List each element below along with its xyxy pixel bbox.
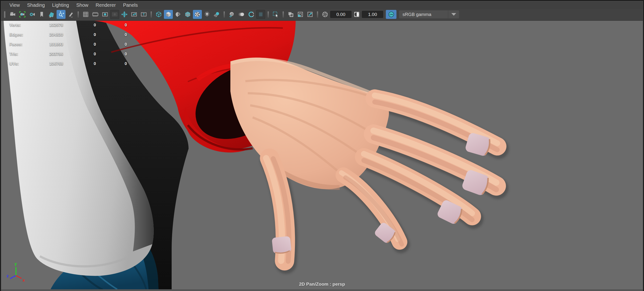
toolbar-separator bbox=[268, 11, 269, 18]
hud-value: 0 bbox=[63, 42, 96, 48]
field-chart-icon bbox=[121, 11, 128, 18]
view-transform-value: sRGB gamma bbox=[402, 12, 431, 17]
flat-shade-button[interactable] bbox=[174, 10, 182, 19]
image-plane-button[interactable] bbox=[47, 10, 56, 19]
chevron-down-icon bbox=[451, 13, 456, 16]
hud-value: 0 bbox=[63, 23, 96, 28]
camera-gear-icon bbox=[29, 11, 35, 18]
grease-pencil-button[interactable] bbox=[66, 10, 75, 19]
exposure-field[interactable]: 0.00 bbox=[330, 11, 352, 18]
xray-active-icon bbox=[307, 11, 313, 18]
wireframe-on-shaded-button[interactable] bbox=[183, 10, 192, 19]
exposure-button[interactable] bbox=[320, 10, 330, 19]
checker-sphere-icon bbox=[194, 11, 201, 18]
menu-panels[interactable]: Panels bbox=[123, 2, 138, 8]
menu-shading[interactable]: Shading bbox=[27, 2, 45, 8]
dropdown-arrow-box bbox=[448, 10, 459, 18]
pan-zoom-icon bbox=[58, 11, 64, 18]
toolbar-separator bbox=[282, 11, 284, 18]
on-badge-label: ON bbox=[390, 13, 393, 16]
hud-label: Tris: bbox=[10, 52, 40, 58]
shaded-cube-icon bbox=[165, 11, 172, 18]
gate-mask-icon bbox=[112, 11, 118, 18]
motion-blur-icon bbox=[238, 11, 245, 18]
smooth-shade-button[interactable] bbox=[164, 10, 173, 19]
select-camera-button[interactable] bbox=[8, 10, 17, 19]
shadows-button[interactable] bbox=[212, 10, 221, 19]
toolbar-separator bbox=[150, 11, 152, 18]
poly-count-hud: Verts: 102978 0 0 Edges: 204830 0 0 Face… bbox=[10, 23, 127, 67]
xray-button[interactable] bbox=[286, 10, 295, 19]
anti-aliasing-icon bbox=[248, 11, 254, 18]
gate-mask-button[interactable] bbox=[110, 10, 119, 19]
textured-button[interactable] bbox=[193, 10, 202, 19]
color-management-button[interactable]: ON bbox=[386, 10, 396, 19]
menu-renderer[interactable]: Renderer bbox=[96, 2, 116, 8]
contrast-icon bbox=[354, 11, 360, 18]
motion-blur-button[interactable] bbox=[237, 10, 246, 19]
hud-value: 0 bbox=[63, 32, 96, 38]
light-bulb-icon bbox=[204, 11, 210, 18]
safe-action-icon bbox=[131, 11, 137, 18]
safe-action-button[interactable] bbox=[130, 10, 138, 19]
field-chart-button[interactable] bbox=[120, 10, 129, 19]
pencil-icon bbox=[68, 11, 74, 18]
pan-zoom-status: 2D Pan/Zoom : persp bbox=[1, 282, 643, 287]
hud-value: 0 bbox=[96, 23, 127, 28]
maya-viewport-panel: View Shading Lighting Show Renderer Pane… bbox=[1, 1, 643, 291]
aperture-icon bbox=[322, 11, 328, 18]
camera-icon bbox=[10, 11, 16, 18]
contrast-button[interactable] bbox=[352, 10, 361, 19]
isolate-select-icon bbox=[272, 11, 279, 18]
toolbar-drag-handle[interactable] bbox=[4, 11, 6, 18]
film-gate-button[interactable] bbox=[91, 10, 100, 19]
axis-z-label: z bbox=[6, 274, 9, 278]
safe-title-button[interactable]: T bbox=[139, 10, 148, 19]
hud-label: Verts: bbox=[10, 23, 40, 28]
grid-icon bbox=[82, 11, 89, 18]
film-gate-icon bbox=[92, 11, 99, 18]
menu-lighting[interactable]: Lighting bbox=[52, 2, 69, 8]
toolbar-separator bbox=[317, 11, 318, 18]
lock-camera-button[interactable] bbox=[18, 10, 27, 19]
menu-show[interactable]: Show bbox=[76, 2, 88, 8]
use-all-lights-button[interactable] bbox=[202, 10, 212, 19]
image-plane-icon bbox=[48, 11, 55, 18]
isolate-select-button[interactable] bbox=[271, 10, 280, 19]
viewport-canvas[interactable]: y z x Verts: 102978 0 0 Edges: 204830 0 … bbox=[1, 21, 643, 289]
resolution-gate-button[interactable] bbox=[100, 10, 110, 19]
panel-menubar: View Shading Lighting Show Renderer Pane… bbox=[1, 1, 643, 9]
viewport-renderer-button[interactable] bbox=[256, 10, 265, 19]
xray-joints-button[interactable] bbox=[296, 10, 305, 19]
hud-label: Faces: bbox=[10, 42, 40, 48]
safe-title-letter: T bbox=[143, 12, 145, 16]
renderer-panel-icon bbox=[258, 11, 264, 18]
ambient-occlusion-button[interactable] bbox=[227, 10, 236, 19]
hud-value: 0 bbox=[63, 52, 96, 58]
pan-zoom-button[interactable] bbox=[56, 10, 66, 19]
xray-active-components-button[interactable] bbox=[306, 10, 314, 19]
resolution-gate-icon bbox=[102, 11, 108, 18]
bookmarks-button[interactable] bbox=[37, 10, 46, 19]
hud-value: 0 bbox=[96, 52, 127, 58]
hud-value: 102978 bbox=[40, 23, 63, 28]
hud-value: 106768 bbox=[40, 62, 63, 67]
contrast-field[interactable]: 1.00 bbox=[362, 11, 383, 18]
shadows-icon bbox=[214, 11, 220, 18]
grid-button[interactable] bbox=[81, 10, 90, 19]
axis-y-label: y bbox=[14, 262, 17, 266]
half-checker-sphere-icon bbox=[175, 11, 181, 18]
safe-title-icon: T bbox=[140, 11, 147, 18]
hud-value: 0 bbox=[96, 42, 127, 48]
menu-view[interactable]: View bbox=[10, 2, 20, 8]
toolbar-separator bbox=[78, 11, 79, 18]
view-transform-dropdown[interactable]: sRGB gamma bbox=[399, 10, 459, 18]
camera-attributes-button[interactable] bbox=[28, 10, 36, 19]
wireframe-button[interactable] bbox=[154, 10, 163, 19]
camera-lock-icon bbox=[19, 11, 26, 18]
hud-label: Edges: bbox=[10, 32, 40, 38]
hud-label: UVs: bbox=[10, 62, 40, 67]
toolbar-separator bbox=[224, 11, 225, 18]
anti-aliasing-button[interactable] bbox=[246, 10, 256, 19]
hud-value: 101893 bbox=[40, 42, 63, 48]
